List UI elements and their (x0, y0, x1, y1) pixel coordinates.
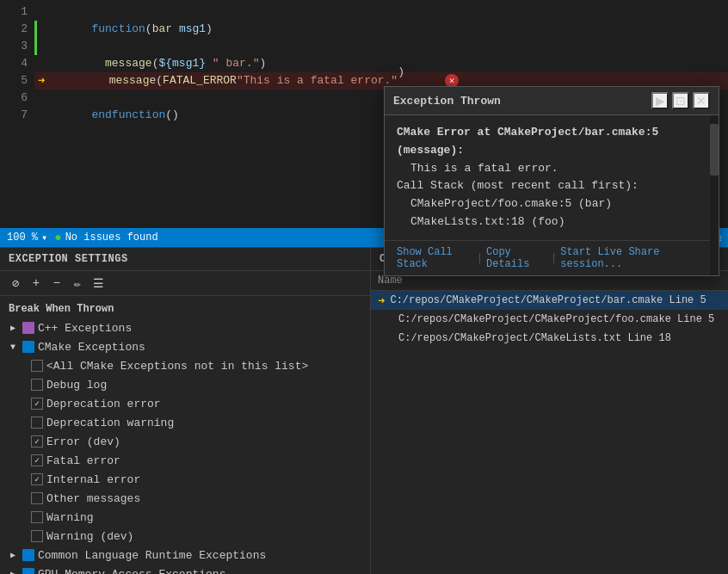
exception-settings-title: Exception Settings (0, 248, 370, 271)
edit-icon[interactable]: ✏ (69, 275, 86, 292)
zoom-value: 100 % (7, 231, 38, 244)
check-deprecation-error[interactable] (31, 398, 43, 410)
status-left: 100 % ▾ ● No issues found (7, 231, 158, 244)
call-stack-row-1[interactable]: ➜ C:/repos/CMakeProject/CMakeProject/bar… (371, 291, 728, 310)
warning-dev-label: Warning (dev) (46, 530, 133, 543)
break-when-thrown-label: Break When Thrown (0, 299, 370, 318)
line-numbers: 1 2 3 4 5 6 7 (0, 0, 34, 228)
sep2: | (551, 252, 557, 264)
sep1: | (477, 252, 483, 264)
check-warning-dev[interactable] (31, 530, 43, 542)
call-stack-panel: Call Stack Name ➜ C:/repos/CMakeProject/… (370, 247, 728, 574)
deprecation-warning-label: Deprecation warning (46, 417, 174, 429)
popup-footer: Show Call Stack | Copy Details | Start L… (385, 240, 710, 275)
code-line-4: message(AUTHOR_WARNING "This is an autho… (34, 55, 728, 72)
deprecation-error-label: Deprecation error (46, 398, 161, 410)
call-stack-row-3[interactable]: C:/repos/CMakeProject/CMakeLists.txt Lin… (371, 329, 728, 348)
live-share-link[interactable]: Start Live Share session... (560, 246, 698, 270)
expander-icon: ▶ (7, 322, 19, 334)
copy-details-link[interactable]: Copy Details (486, 246, 547, 270)
green-dot-icon: ● (54, 231, 61, 244)
cpp-icon (22, 322, 34, 334)
zoom-dropdown-icon: ▾ (41, 231, 47, 244)
tree-item-deprecation-warning[interactable]: Deprecation warning (0, 413, 370, 432)
tree-item-debug-log[interactable]: Debug log (0, 375, 370, 394)
code-line-1: function(bar msg1) (34, 3, 728, 21)
popup-pin-btn[interactable]: ⊡ (672, 92, 689, 109)
tree-item-gpu[interactable]: ▶ GPU Memory Access Exceptions (0, 565, 370, 574)
tree-item-all-cmake[interactable]: <All CMake Exceptions not in this list> (0, 356, 370, 375)
tree-item-error-dev[interactable]: Error (dev) (0, 432, 370, 451)
call-stack-row-3-text: C:/repos/CMakeProject/CMakeLists.txt Lin… (398, 332, 671, 344)
filter-icon[interactable]: ⊘ (7, 275, 24, 292)
error-dev-label: Error (dev) (46, 435, 120, 448)
exception-settings-panel: Exception Settings ⊘ + − ✏ ☰ Break When … (0, 247, 370, 574)
tree-item-warning-dev[interactable]: Warning (dev) (0, 527, 370, 546)
fatal-error-label: Fatal error (46, 454, 120, 467)
check-all-cmake[interactable] (31, 360, 43, 372)
show-call-stack-link[interactable]: Show Call Stack (397, 246, 473, 270)
editor-area: 1 2 3 4 5 6 7 function(bar msg1) message… (0, 0, 728, 228)
popup-actions: ▶ ⊡ ✕ (651, 92, 710, 109)
check-deprecation-warning[interactable] (31, 417, 43, 429)
check-internal-error[interactable] (31, 473, 43, 485)
line-num-4: 4 (0, 55, 28, 72)
tree-item-cmake-exceptions[interactable]: ▼ CMake Exceptions (0, 337, 370, 356)
line-num-6: 6 (0, 89, 28, 107)
tree-item-deprecation-error[interactable]: Deprecation error (0, 394, 370, 413)
debug-log-label: Debug log (46, 379, 107, 392)
tree-item-internal-error[interactable]: Internal error (0, 470, 370, 489)
line-num-7: 7 (0, 107, 28, 124)
other-messages-label: Other messages (46, 492, 140, 505)
check-other-messages[interactable] (31, 492, 43, 504)
check-fatal-error[interactable] (31, 454, 43, 466)
tree-item-clr[interactable]: ▶ Common Language Runtime Exceptions (0, 546, 370, 565)
add-icon[interactable]: + (28, 275, 45, 292)
expander-gpu-icon: ▶ (7, 568, 19, 574)
expander-cmake-icon: ▼ (7, 341, 19, 353)
check-debug-log[interactable] (31, 379, 43, 391)
popup-error-msg: This is a fatal error. (397, 160, 698, 178)
check-error-dev[interactable] (31, 435, 43, 447)
gpu-label: GPU Memory Access Exceptions (38, 568, 225, 575)
panels-container: Exception Settings ⊘ + − ✏ ☰ Break When … (0, 247, 728, 574)
cmake-exceptions-label: CMake Exceptions (38, 341, 145, 354)
popup-error-title: CMake Error at CMakeProject/bar.cmake:5 … (397, 124, 698, 160)
clr-icon (22, 549, 34, 561)
tree-item-fatal-error[interactable]: Fatal error (0, 451, 370, 470)
zoom-control[interactable]: 100 % ▾ (7, 231, 47, 244)
popup-close-btn[interactable]: ✕ (693, 92, 710, 109)
line-num-2: 2 (0, 21, 28, 38)
popup-scrollbar-thumb (710, 124, 719, 176)
popup-body: CMake Error at CMakeProject/bar.cmake:5 … (385, 115, 710, 240)
remove-icon[interactable]: − (48, 275, 65, 292)
clr-label: Common Language Runtime Exceptions (38, 549, 266, 562)
all-cmake-label: <All CMake Exceptions not in this list> (46, 360, 308, 373)
gpu-icon (22, 568, 34, 574)
popup-frame1: CMakeProject/foo.cmake:5 (bar) (397, 195, 698, 213)
settings-icon[interactable]: ☰ (89, 275, 107, 292)
no-issues: ● No issues found (54, 231, 157, 244)
popup-scroll: CMake Error at CMakeProject/bar.cmake:5 … (385, 115, 719, 275)
popup-scrollbar[interactable] (710, 115, 719, 275)
popup-content: CMake Error at CMakeProject/bar.cmake:5 … (385, 115, 710, 275)
tree-item-cpp-exceptions[interactable]: ▶ C++ Exceptions (0, 318, 370, 337)
expander-clr-icon: ▶ (7, 549, 19, 561)
tree-item-warning[interactable]: Warning (0, 508, 370, 527)
exception-popup: Exception Thrown ▶ ⊡ ✕ CMake Error at CM… (384, 86, 719, 276)
popup-frame2: CMakeLists.txt:18 (foo) (397, 213, 698, 231)
call-stack-rows: ➜ C:/repos/CMakeProject/CMakeProject/bar… (371, 291, 728, 574)
call-stack-row-2-text: C:/repos/CMakeProject/CMakeProject/foo.c… (398, 313, 714, 325)
exception-tree[interactable]: ▶ C++ Exceptions ▼ CMake Exceptions <All… (0, 318, 370, 574)
tree-item-other-messages[interactable]: Other messages (0, 489, 370, 508)
line-num-1: 1 (0, 3, 28, 21)
popup-callstack-label: Call Stack (most recent call first): (397, 177, 698, 195)
call-stack-row-2[interactable]: C:/repos/CMakeProject/CMakeProject/foo.c… (371, 310, 728, 329)
check-warning[interactable] (31, 511, 43, 523)
internal-error-label: Internal error (46, 473, 140, 486)
code-line-3: message(WARNING "This is the first warni… (34, 38, 728, 55)
column-name: Name (378, 275, 403, 287)
line-num-3: 3 (0, 38, 28, 55)
popup-header: Exception Thrown ▶ ⊡ ✕ (385, 87, 719, 115)
popup-play-btn[interactable]: ▶ (651, 92, 669, 109)
